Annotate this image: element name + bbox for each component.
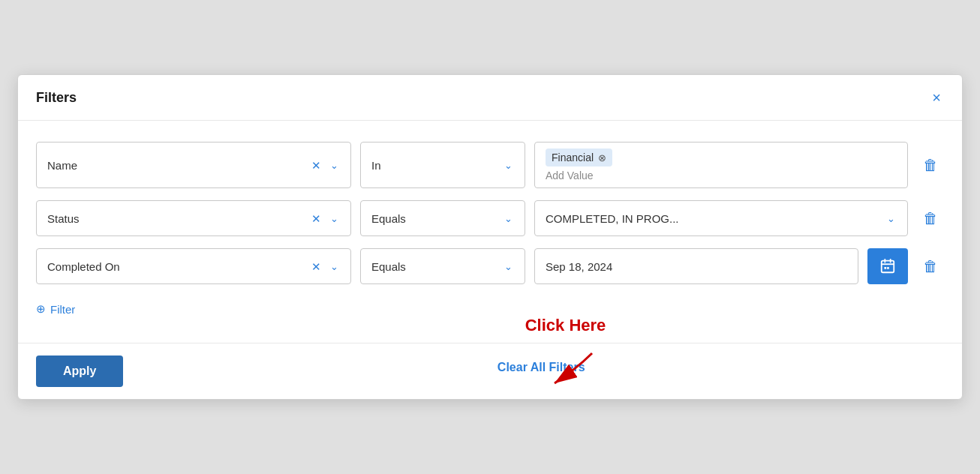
svg-rect-0	[882, 261, 894, 273]
completed-on-row-delete[interactable]: 🗑	[917, 248, 944, 284]
status-field-select[interactable]: Status ✕ ⌄	[36, 200, 351, 236]
name-clear-button[interactable]: ✕	[310, 158, 323, 172]
calendar-icon	[879, 258, 896, 274]
filter-row-completed-on: Completed On ✕ ⌄ Equals ⌄ Sep 18, 2024	[36, 248, 944, 284]
status-field-controls: ✕ ⌄	[310, 212, 340, 226]
status-trash-icon: 🗑	[923, 210, 938, 227]
add-filter-row: ⊕ Filter	[36, 296, 944, 322]
add-filter-label: Filter	[50, 303, 75, 316]
financial-tag-label: Financial	[552, 152, 594, 164]
annotation-area: Click Here Clear All Filters	[138, 361, 944, 382]
plus-circle-icon: ⊕	[36, 302, 46, 316]
financial-tag-remove[interactable]: ⊗	[598, 153, 606, 163]
click-here-annotation: Click Here	[525, 316, 606, 335]
status-field-label: Status	[47, 212, 80, 225]
completed-on-operator-label: Equals	[371, 260, 406, 273]
svg-rect-4	[884, 267, 886, 269]
completed-on-field-controls: ✕ ⌄	[310, 260, 340, 274]
filters-modal: Filters × Name ✕ ⌄ In ⌄ Financial	[17, 74, 963, 400]
status-row-delete[interactable]: 🗑	[917, 200, 944, 236]
name-value-container[interactable]: Financial ⊗ Add Value	[534, 142, 908, 188]
name-row-delete[interactable]: 🗑	[917, 142, 944, 188]
modal-footer: Apply Click Here Clear All Filters	[18, 343, 962, 399]
svg-rect-5	[887, 267, 889, 269]
completed-on-operator-chevron[interactable]: ⌄	[503, 260, 514, 273]
date-value-container[interactable]: Sep 18, 2024	[534, 248, 858, 284]
filter-row-status: Status ✕ ⌄ Equals ⌄ COMPLETED, IN PROG..…	[36, 200, 944, 236]
completed-on-chevron-button[interactable]: ⌄	[329, 260, 340, 273]
modal-body: Name ✕ ⌄ In ⌄ Financial ⊗ Add Value	[18, 121, 962, 337]
name-field-select[interactable]: Name ✕ ⌄	[36, 142, 351, 188]
name-chevron-button[interactable]: ⌄	[329, 159, 340, 172]
status-chevron-button[interactable]: ⌄	[329, 212, 340, 225]
status-operator-label: Equals	[371, 212, 406, 225]
name-operator-label: In	[371, 159, 381, 172]
filter-row-name: Name ✕ ⌄ In ⌄ Financial ⊗ Add Value	[36, 142, 944, 188]
financial-tag: Financial ⊗	[546, 148, 612, 166]
name-operator-chevron[interactable]: ⌄	[503, 159, 514, 172]
status-operator-select[interactable]: Equals ⌄	[360, 200, 525, 236]
modal-header: Filters ×	[18, 75, 962, 121]
annotation-arrow	[532, 346, 622, 391]
completed-on-trash-icon: 🗑	[923, 258, 938, 275]
add-filter-button[interactable]: ⊕ Filter	[36, 296, 75, 322]
close-button[interactable]: ×	[929, 87, 944, 108]
status-clear-button[interactable]: ✕	[310, 212, 323, 226]
completed-on-field-label: Completed On	[47, 260, 120, 273]
name-field-label: Name	[47, 159, 77, 172]
completed-on-clear-button[interactable]: ✕	[310, 260, 323, 274]
name-field-controls: ✕ ⌄	[310, 158, 340, 172]
status-operator-chevron[interactable]: ⌄	[503, 212, 514, 225]
status-value-container[interactable]: COMPLETED, IN PROG... ⌄	[534, 200, 908, 236]
name-operator-select[interactable]: In ⌄	[360, 142, 525, 188]
trash-icon-name: 🗑	[923, 157, 938, 174]
apply-button[interactable]: Apply	[36, 356, 123, 387]
completed-on-operator-select[interactable]: Equals ⌄	[360, 248, 525, 284]
date-value-text: Sep 18, 2024	[546, 260, 612, 273]
calendar-picker-button[interactable]	[867, 248, 908, 284]
modal-title: Filters	[36, 90, 77, 106]
add-value-text: Add Value	[546, 170, 897, 182]
name-value-tags: Financial ⊗	[546, 148, 897, 166]
status-value-text: COMPLETED, IN PROG...	[546, 212, 679, 225]
completed-on-field-select[interactable]: Completed On ✕ ⌄	[36, 248, 351, 284]
status-value-chevron[interactable]: ⌄	[885, 212, 897, 225]
